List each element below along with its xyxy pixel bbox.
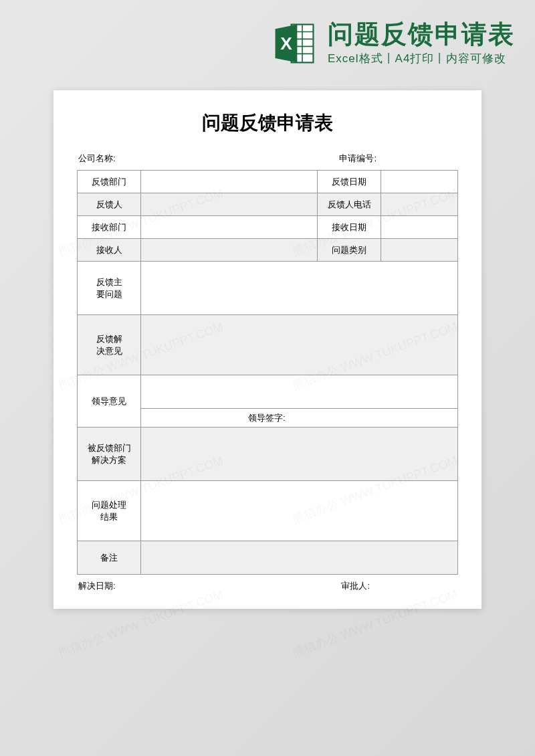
label-issue-type: 问题类别 [318,239,381,262]
input-feedback-date[interactable] [381,171,458,193]
feedback-form-table: 反馈部门 反馈日期 反馈人 反馈人电话 接收部门 接收日期 接收人 问题类别 反… [77,170,458,575]
form-paper: 问题反馈申请表 公司名称: 申请编号: 反馈部门 反馈日期 反馈人 反馈人电话 … [54,90,481,609]
approver-label: 审批人: [341,580,457,592]
application-number-label: 申请编号: [339,153,457,165]
page-header: X 问题反馈申请表 Excel格式丨A4打印丨内容可修改 [0,0,535,77]
resolve-date-label: 解决日期: [78,580,116,592]
input-handle-result[interactable] [141,481,458,541]
input-receiver[interactable] [141,239,318,262]
input-receive-dept[interactable] [141,216,318,239]
header-text-block: 问题反馈申请表 Excel格式丨A4打印丨内容可修改 [328,21,515,67]
input-remark[interactable] [141,541,458,575]
header-subtitle: Excel格式丨A4打印丨内容可修改 [328,51,515,66]
label-receiver: 接收人 [78,239,141,262]
input-feedback-phone[interactable] [381,193,458,216]
input-leader-opinion[interactable] [141,375,458,409]
label-main-issue: 反馈主 要问题 [78,262,141,315]
header-title: 问题反馈申请表 [328,21,515,49]
label-remark: 备注 [78,541,141,575]
label-receive-date: 接收日期 [318,216,381,239]
company-name-label: 公司名称: [78,153,116,165]
label-dept-solution: 被反馈部门 解决方案 [78,428,141,481]
input-dept-solution[interactable] [141,428,458,481]
form-top-row: 公司名称: 申请编号: [77,153,458,165]
label-feedback-person: 反馈人 [78,193,141,216]
input-feedback-dept[interactable] [141,171,318,193]
input-solution-opinion[interactable] [141,315,458,375]
label-feedback-dept: 反馈部门 [78,171,141,193]
label-leader-sign: 领导签字: [141,409,458,428]
form-bottom-row: 解决日期: 审批人: [77,580,458,592]
input-feedback-person[interactable] [141,193,318,216]
input-receive-date[interactable] [381,216,458,239]
label-receive-dept: 接收部门 [78,216,141,239]
excel-icon: X [271,20,318,67]
label-feedback-phone: 反馈人电话 [318,193,381,216]
label-leader-opinion: 领导意见 [78,375,141,428]
svg-text:X: X [280,33,292,54]
input-main-issue[interactable] [141,262,458,315]
label-solution-opinion: 反馈解 决意见 [78,315,141,375]
input-issue-type[interactable] [381,239,458,262]
label-handle-result: 问题处理 结果 [78,481,141,541]
form-title: 问题反馈申请表 [77,110,458,136]
label-feedback-date: 反馈日期 [318,171,381,193]
